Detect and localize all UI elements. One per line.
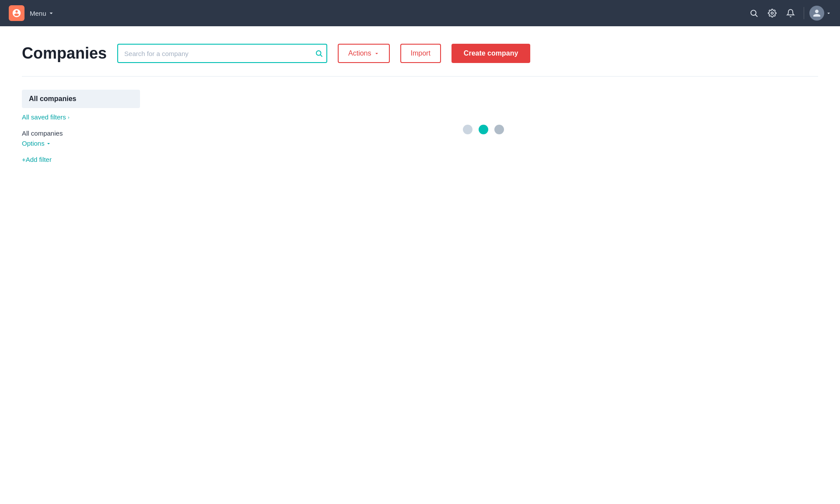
user-menu-button[interactable] [809, 6, 831, 21]
menu-button[interactable]: Menu [30, 10, 54, 17]
svg-line-1 [756, 15, 758, 17]
notifications-nav-button[interactable] [783, 5, 798, 21]
avatar [809, 6, 824, 21]
topnav-right [746, 5, 831, 21]
svg-point-2 [771, 12, 774, 14]
import-button[interactable]: Import [400, 44, 441, 63]
loading-area [149, 90, 818, 163]
search-submit-button[interactable] [315, 49, 323, 57]
search-input[interactable] [117, 44, 327, 63]
page-title: Companies [22, 44, 107, 63]
settings-nav-button[interactable] [764, 5, 780, 21]
svg-point-0 [751, 10, 756, 15]
actions-button[interactable]: Actions [338, 44, 389, 63]
loading-dots [463, 125, 504, 134]
svg-point-3 [316, 51, 321, 56]
topnav-left: Menu [9, 5, 54, 21]
loading-dot-1 [463, 125, 472, 134]
sidebar: All companies All saved filters › All co… [22, 90, 149, 163]
search-box [117, 44, 327, 63]
import-label: Import [411, 49, 430, 57]
svg-line-4 [320, 55, 322, 56]
actions-label: Actions [348, 49, 371, 57]
page-divider [22, 76, 818, 77]
search-nav-button[interactable] [746, 5, 762, 21]
chevron-right-icon: › [68, 115, 70, 120]
page-header: Companies Actions Import Create company [22, 44, 818, 63]
options-button[interactable]: Options [22, 140, 51, 147]
saved-filters-link[interactable]: All saved filters › [22, 113, 140, 121]
add-filter-button[interactable]: +Add filter [22, 156, 52, 163]
menu-label: Menu [30, 10, 46, 17]
sidebar-section-label: All companies [22, 130, 140, 137]
loading-dot-2 [479, 125, 488, 134]
create-company-button[interactable]: Create company [452, 44, 531, 63]
main-content: Companies Actions Import Create company … [0, 26, 840, 181]
topnav: Menu [0, 0, 840, 26]
create-company-label: Create company [464, 49, 518, 57]
sidebar-item-all-companies[interactable]: All companies [22, 90, 140, 108]
body-layout: All companies All saved filters › All co… [22, 90, 818, 163]
loading-dot-3 [494, 125, 504, 134]
hubspot-logo [9, 5, 24, 21]
nav-divider [804, 7, 804, 19]
